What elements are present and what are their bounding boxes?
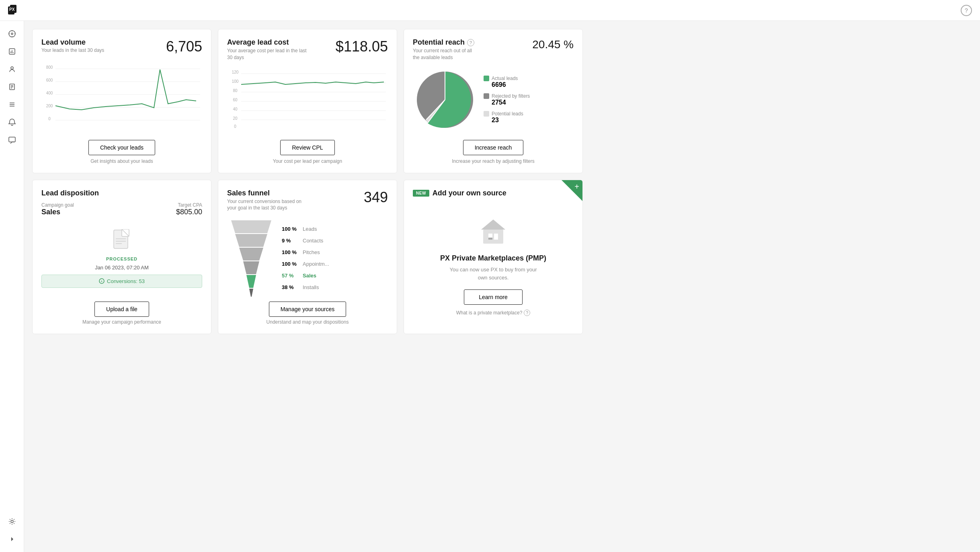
svg-point-4 (11, 33, 13, 35)
avg-lead-cost-card: Average lead cost Your average cost per … (218, 29, 397, 173)
svg-text:+: + (100, 279, 103, 283)
funnel-contacts: 9 % Contacts (282, 238, 388, 244)
funnel-pitches: 100 % Pitches (282, 249, 388, 255)
svg-text:20: 20 (233, 116, 238, 121)
campaign-goal-label: Campaign goal (41, 202, 74, 208)
processed-label: PROCESSED (41, 257, 202, 261)
pmp-help-icon[interactable]: ? (524, 310, 530, 316)
svg-text:400: 400 (46, 91, 53, 95)
potential-reach-help-icon[interactable]: ? (467, 39, 474, 46)
svg-marker-64 (481, 220, 505, 230)
legend-actual-leads-value: 6696 (492, 81, 530, 88)
funnel-contacts-label: Contacts (303, 238, 323, 244)
sidebar-item-settings[interactable] (4, 513, 20, 529)
avg-lead-cost-button-note: Your cost per lead per campaign (227, 158, 388, 164)
topbar: PX ? (0, 0, 980, 21)
funnel-labels: 100 % Leads 9 % Contacts 100 % Pitches 1… (282, 223, 388, 290)
svg-text:200: 200 (46, 104, 53, 108)
funnel-installs-label: Installs (303, 284, 319, 290)
funnel-contacts-pct: 9 % (282, 238, 299, 244)
svg-marker-60 (243, 261, 259, 274)
pie-legend: Actual leads 6696 Rejected by filters 27… (484, 76, 530, 124)
legend-potential-value: 23 (492, 117, 530, 124)
avg-lead-cost-subtitle: Your average cost per lead in the last 3… (227, 47, 308, 61)
funnel-appointments: 100 % Appointm... (282, 261, 388, 267)
funnel-leads-label: Leads (303, 226, 317, 232)
sales-funnel-title: Sales funnel (227, 189, 308, 197)
increase-reach-button[interactable]: Increase reach (463, 140, 524, 155)
sidebar-item-chat[interactable] (4, 132, 20, 148)
lead-volume-button-note: Get insights about your leads (41, 158, 202, 164)
potential-reach-card: Potential reach ? Your current reach out… (404, 29, 583, 173)
sidebar (0, 21, 24, 552)
lead-disposition-card: Lead disposition Campaign goal Sales Tar… (32, 180, 211, 334)
sidebar-item-reports[interactable] (4, 43, 20, 60)
disposition-date: Jan 06 2023, 07:20 AM (41, 265, 202, 271)
svg-marker-62 (249, 289, 253, 297)
disposition-button-note: Manage your campaign performance (41, 319, 202, 325)
sidebar-item-notifications[interactable] (4, 114, 20, 130)
svg-point-3 (9, 31, 15, 37)
help-icon[interactable]: ? (961, 5, 972, 16)
lead-volume-subtitle: Your leads in the last 30 days (41, 47, 104, 53)
svg-point-13 (11, 67, 13, 69)
learn-more-button[interactable]: Learn more (464, 289, 523, 305)
pie-chart (413, 68, 477, 132)
funnel-sales-pct: 57 % (282, 273, 299, 279)
svg-rect-66 (494, 234, 498, 240)
logo[interactable]: PX (8, 5, 24, 16)
svg-rect-63 (483, 230, 503, 244)
funnel-pitches-label: Pitches (303, 249, 320, 255)
legend-potential-label: Potential leads (492, 111, 523, 117)
target-cpa-value: $805.00 (176, 208, 202, 216)
funnel-leads-pct: 100 % (282, 226, 299, 232)
funnel-leads: 100 % Leads (282, 226, 388, 232)
svg-marker-57 (231, 220, 271, 233)
sidebar-item-campaigns[interactable] (4, 79, 20, 95)
svg-rect-67 (488, 238, 492, 240)
potential-reach-title: Potential reach (413, 38, 465, 47)
pmp-footer: What is a private marketplace? ? (456, 310, 531, 316)
funnel-sales-label: Sales (303, 273, 316, 279)
review-cpl-button[interactable]: Review CPL (280, 140, 334, 155)
svg-marker-59 (239, 248, 263, 261)
conversions-badge: + Conversions: 53 (41, 275, 202, 288)
pmp-footer-text: What is a private marketplace? (456, 310, 523, 316)
avg-lead-cost-title: Average lead cost (227, 38, 308, 47)
svg-text:600: 600 (46, 78, 53, 82)
lead-volume-chart: 800 600 400 200 0 (41, 62, 202, 135)
svg-text:100: 100 (232, 79, 239, 84)
marketplace-icon (477, 215, 509, 248)
sidebar-toggle[interactable] (4, 531, 20, 547)
sales-funnel-card: Sales funnel Your current conversions ba… (218, 180, 397, 334)
sidebar-item-dashboard[interactable] (4, 26, 20, 42)
avg-lead-cost-value: $118.05 (336, 38, 388, 55)
pmp-header-title: Add your own source (433, 189, 506, 197)
svg-marker-61 (246, 275, 256, 288)
sidebar-item-list[interactable] (4, 96, 20, 113)
lead-volume-card: Lead volume Your leads in the last 30 da… (32, 29, 211, 173)
check-leads-button[interactable]: Check your leads (88, 140, 155, 155)
campaign-goal-value: Sales (41, 208, 74, 216)
legend-actual-leads-label: Actual leads (492, 76, 518, 81)
conversions-label: Conversions: 53 (107, 278, 145, 284)
lead-volume-title: Lead volume (41, 38, 104, 47)
svg-text:0: 0 (48, 117, 51, 121)
funnel-appointments-label: Appointm... (303, 261, 329, 267)
upload-file-button[interactable]: Upload a file (94, 302, 149, 317)
svg-text:60: 60 (233, 98, 238, 102)
pmp-card: + NEW Add your own source PX Private Mar… (404, 180, 583, 334)
svg-marker-58 (235, 234, 267, 247)
funnel-sales: 57 % Sales (282, 273, 388, 279)
svg-text:80: 80 (233, 88, 238, 93)
potential-reach-value: 20.45 % (532, 38, 574, 51)
sales-funnel-subtitle: Your current conversions based on your g… (227, 198, 308, 212)
avg-lead-cost-chart: 120 100 80 60 40 20 0 (227, 68, 388, 135)
pmp-title: PX Private Marketplaces (PMP) (440, 254, 546, 263)
sidebar-item-audience[interactable] (4, 61, 20, 77)
manage-sources-button[interactable]: Manage your sources (269, 302, 346, 317)
main-content: Lead volume Your leads in the last 30 da… (24, 21, 591, 552)
legend-potential-leads: Potential leads 23 (484, 111, 530, 124)
sales-funnel-button-note: Understand and map your dispositions (227, 319, 388, 325)
lead-volume-value: 6,705 (166, 38, 202, 55)
